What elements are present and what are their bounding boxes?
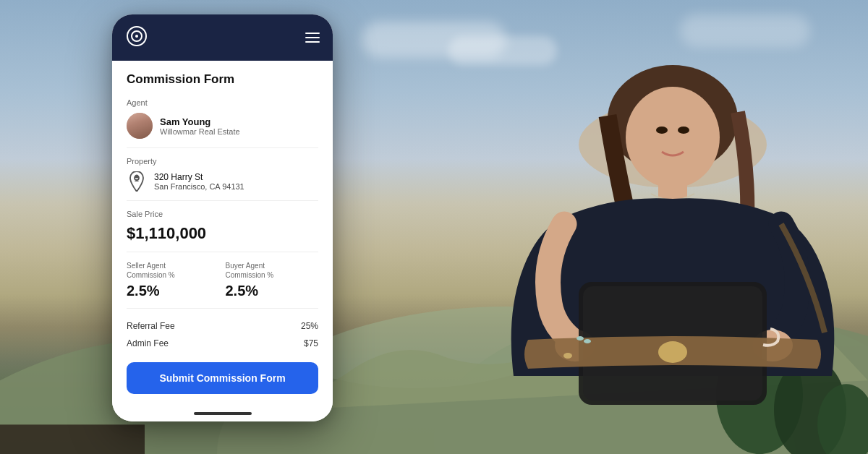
sale-price-section: Sale Price $1,110,000 [127, 210, 318, 243]
agent-row: Sam Young Willowmar Real Estate [127, 113, 318, 139]
svg-point-9 [656, 127, 668, 134]
commission-grid: Seller AgentCommission % 2.5% Buyer Agen… [127, 261, 318, 299]
sale-price-label: Sale Price [127, 210, 318, 218]
svg-point-19 [584, 339, 591, 343]
phone-wrapper: Commission Form Agent Sam Young Willowma… [112, 14, 333, 421]
referral-fee-label: Referral Fee [127, 321, 175, 331]
svg-point-16 [658, 341, 687, 363]
form-content: Commission Form Agent Sam Young Willowma… [112, 61, 333, 406]
seller-commission-label: Seller AgentCommission % [127, 261, 220, 280]
svg-point-17 [563, 353, 572, 359]
admin-fee-value: $75 [304, 338, 318, 348]
agent-company: Willowmar Real Estate [160, 127, 240, 136]
property-info: 320 Harry St San Francisco, CA 94131 [154, 172, 244, 191]
svg-rect-2 [0, 424, 145, 454]
svg-point-18 [576, 336, 584, 340]
property-row: 320 Harry St San Francisco, CA 94131 [127, 171, 318, 192]
property-city: San Francisco, CA 94131 [154, 182, 244, 191]
agent-section: Agent Sam Young Willowmar Real Estate [127, 98, 318, 139]
home-indicator [112, 406, 333, 421]
referral-fee-row: Referral Fee 25% [127, 317, 318, 335]
referral-fee-value: 25% [301, 321, 318, 331]
submit-commission-button[interactable]: Submit Commission Form [127, 362, 318, 394]
agent-avatar [127, 113, 153, 139]
seller-commission-col: Seller AgentCommission % 2.5% [127, 261, 220, 299]
avatar-image [127, 113, 153, 139]
nav-bar [112, 14, 333, 61]
svg-point-8 [626, 87, 720, 188]
phone-frame: Commission Form Agent Sam Young Willowma… [112, 14, 333, 421]
property-section: Property 320 Harry St San Francis [127, 157, 318, 192]
svg-point-22 [135, 35, 138, 38]
location-icon [127, 171, 147, 192]
svg-point-24 [135, 175, 139, 179]
buyer-commission-col: Buyer AgentCommission % 2.5% [226, 261, 319, 299]
sale-price-value: $1,110,000 [127, 224, 318, 243]
seller-commission-value: 2.5% [127, 283, 220, 299]
hamburger-menu-button[interactable] [305, 33, 320, 43]
app-logo [125, 25, 148, 51]
property-address: 320 Harry St [154, 172, 244, 182]
home-indicator-bar [194, 412, 252, 415]
svg-point-10 [678, 127, 689, 134]
form-title: Commission Form [127, 72, 318, 87]
divider-4 [127, 308, 318, 309]
divider-2 [127, 200, 318, 201]
admin-fee-row: Admin Fee $75 [127, 335, 318, 352]
buyer-commission-label: Buyer AgentCommission % [226, 261, 319, 280]
agent-section-label: Agent [127, 98, 318, 107]
admin-fee-label: Admin Fee [127, 338, 169, 348]
agent-info: Sam Young Willowmar Real Estate [160, 116, 240, 136]
person-silhouette [362, 0, 868, 454]
divider-1 [127, 147, 318, 148]
divider-3 [127, 252, 318, 252]
agent-name: Sam Young [160, 116, 240, 127]
buyer-commission-value: 2.5% [226, 283, 319, 299]
property-section-label: Property [127, 157, 318, 166]
